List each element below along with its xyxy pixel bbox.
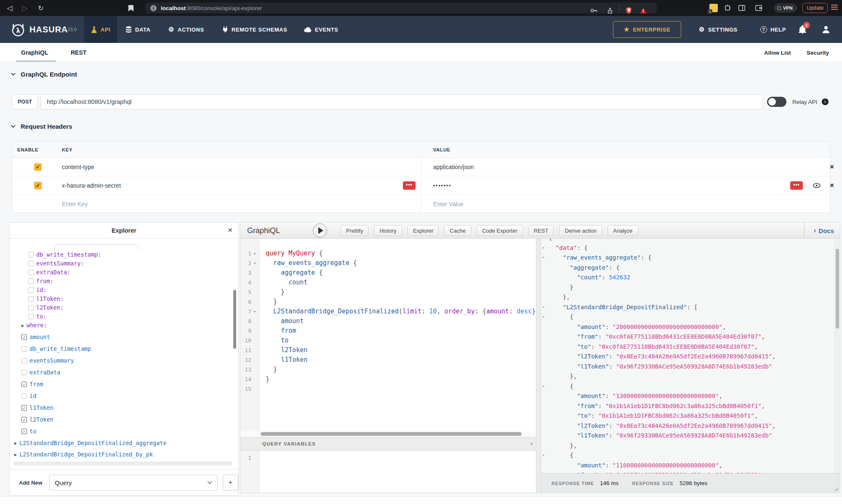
- enable-checkbox[interactable]: ✓: [34, 163, 42, 171]
- notes-icon[interactable]: 1: [709, 4, 718, 12]
- field-checkbox[interactable]: [28, 261, 34, 266]
- hasura-logo-icon[interactable]: λ: [10, 21, 26, 37]
- fold-arrow-icon[interactable]: ▾: [253, 307, 256, 316]
- header-value[interactable]: application/json: [433, 158, 474, 176]
- explorer-item-where[interactable]: ▶where:: [21, 322, 47, 329]
- field-checkbox[interactable]: ✓: [21, 405, 27, 411]
- explorer-item-id[interactable]: id:: [28, 286, 46, 293]
- graphql-endpoint-input[interactable]: http://localhost:8080/v1/graphql: [40, 94, 763, 109]
- nav-settings[interactable]: ⚙ SETTINGS: [699, 16, 738, 43]
- explorer-item-to[interactable]: to:: [28, 313, 46, 320]
- nav-tab-actions[interactable]: ⚙ ACTIONS: [168, 16, 204, 43]
- graphql-endpoint-section-header[interactable]: GraphQL Endpoint: [11, 71, 77, 78]
- header-value-masked[interactable]: •••••••: [433, 176, 451, 195]
- browser-forward-button[interactable]: ▷: [19, 0, 30, 16]
- enterprise-button[interactable]: ★ ENTERPRISE: [613, 21, 681, 38]
- nav-tab-events[interactable]: EVENTS: [304, 16, 338, 43]
- reveal-key-icon[interactable]: •••: [403, 181, 416, 190]
- explorer-item-l2Token[interactable]: ✓l2Token: [21, 416, 53, 423]
- toolbar-button-cache[interactable]: Cache: [444, 225, 471, 236]
- explorer-close-icon[interactable]: ×: [228, 225, 232, 235]
- editor-hscrollbar[interactable]: [261, 432, 522, 436]
- explorer-item-db_write_timestamp[interactable]: db_write_timestamp:: [28, 251, 101, 258]
- add-new-select[interactable]: Query: [49, 475, 218, 491]
- nav-help[interactable]: ? HELP: [760, 16, 786, 43]
- field-checkbox[interactable]: [28, 279, 34, 284]
- explorer-hscrollbar[interactable]: [13, 462, 232, 465]
- request-headers-section-header[interactable]: Request Headers: [11, 123, 72, 130]
- toolbar-button-explorer[interactable]: Explorer: [408, 225, 439, 236]
- field-checkbox[interactable]: [21, 358, 27, 363]
- query-editor[interactable]: 1▾query MyQuery {2▾ raw_events_aggregate…: [240, 239, 536, 431]
- docs-link[interactable]: ‹ Docs: [804, 223, 834, 239]
- security-link[interactable]: Security: [807, 43, 829, 62]
- field-checkbox[interactable]: [21, 393, 27, 399]
- wallet-icon[interactable]: [754, 0, 764, 16]
- browser-menu-icon[interactable]: [831, 5, 838, 10]
- field-checkbox[interactable]: [21, 370, 27, 375]
- remove-header-icon[interactable]: ×: [830, 176, 834, 195]
- browser-reload-button[interactable]: ↻: [35, 0, 46, 16]
- explorer-scrollbar[interactable]: [233, 290, 236, 349]
- expand-arrow-icon[interactable]: ▶: [21, 323, 24, 328]
- explorer-item-l1Token[interactable]: l1Token:: [28, 295, 64, 302]
- header-key[interactable]: x-hasura-admin-secret: [62, 176, 121, 195]
- expand-arrow-icon[interactable]: ▶: [14, 452, 17, 457]
- field-checkbox[interactable]: [28, 305, 34, 310]
- query-variables-bar[interactable]: QUERY VARIABLES ▾: [240, 437, 536, 451]
- address-bar[interactable]: i localhost:8080/console/api/api-explore…: [145, 3, 657, 13]
- field-checkbox[interactable]: [28, 314, 34, 319]
- explorer-field-list[interactable]: db_write_timestamp:eventsSummary:extraDa…: [10, 239, 238, 470]
- field-checkbox[interactable]: ✓: [21, 429, 27, 434]
- add-new-button[interactable]: +: [223, 475, 238, 491]
- field-checkbox[interactable]: ✓: [21, 382, 27, 387]
- sidebar-toggle-icon[interactable]: [737, 0, 747, 16]
- fold-arrow-icon[interactable]: ▾: [253, 249, 256, 258]
- explorer-item-L2StandardBridge_DepositFinalized_aggregate[interactable]: ▶L2StandardBridge_DepositFinalized_aggre…: [14, 440, 167, 446]
- toolbar-button-code-exporter[interactable]: Code Exporter: [477, 225, 523, 236]
- expand-arrow-icon[interactable]: ▶: [14, 441, 17, 446]
- fold-arrow-icon[interactable]: ▾: [542, 312, 544, 322]
- explorer-item-from[interactable]: ✓from: [21, 381, 43, 387]
- field-checkbox[interactable]: [28, 252, 34, 257]
- extension-icon[interactable]: [722, 0, 733, 16]
- fold-arrow-icon[interactable]: ▾: [253, 258, 256, 268]
- reveal-value-icon[interactable]: •••: [790, 181, 803, 190]
- site-info-icon[interactable]: i: [150, 5, 157, 11]
- field-checkbox[interactable]: ✓: [21, 417, 27, 422]
- explorer-item-extraData[interactable]: extraData: [21, 369, 60, 376]
- pane-divider[interactable]: [536, 239, 541, 493]
- explorer-item-to[interactable]: ✓to: [21, 428, 36, 435]
- toolbar-button-derive-action[interactable]: Derive action: [559, 225, 602, 236]
- fold-arrow-icon[interactable]: ▾: [542, 253, 544, 263]
- explorer-item-from[interactable]: from:: [28, 278, 53, 284]
- explorer-item-id[interactable]: id: [21, 393, 36, 399]
- toolbar-button-history[interactable]: History: [374, 225, 402, 236]
- explorer-item-extraData[interactable]: extraData:: [28, 269, 70, 276]
- field-checkbox[interactable]: ✓: [21, 334, 27, 340]
- explorer-item-eventsSummary[interactable]: eventsSummary: [21, 357, 74, 364]
- tab-graphiql[interactable]: GraphiQL: [21, 43, 48, 62]
- nav-tab-api[interactable]: API: [84, 16, 117, 43]
- fold-arrow-icon[interactable]: ▾: [542, 451, 544, 461]
- vpn-button[interactable]: VPN: [774, 3, 797, 13]
- nav-tab-data[interactable]: DATA: [125, 16, 151, 43]
- field-checkbox[interactable]: [28, 296, 34, 302]
- response-viewer[interactable]: {▾ "data": {▾ "raw_events_aggregate": { …: [541, 239, 840, 473]
- bookmark-icon[interactable]: [126, 0, 136, 16]
- new-key-input[interactable]: Enter Key: [62, 195, 88, 213]
- response-scrollbar[interactable]: [836, 249, 839, 329]
- enable-checkbox[interactable]: ✓: [34, 182, 42, 189]
- user-avatar[interactable]: [822, 16, 830, 43]
- resize-grip-icon[interactable]: [834, 487, 839, 491]
- response-scroll-track[interactable]: [835, 239, 840, 473]
- new-value-input[interactable]: Enter Value: [433, 195, 464, 213]
- field-checkbox[interactable]: [28, 270, 34, 275]
- notifications-bell[interactable]: 1: [798, 16, 807, 43]
- explorer-item-amount[interactable]: ✓amount: [21, 334, 50, 340]
- field-checkbox[interactable]: [28, 287, 34, 293]
- tab-rest[interactable]: REST: [71, 43, 86, 62]
- browser-back-button[interactable]: ◁: [4, 0, 15, 16]
- explorer-item-db_write_timestamp[interactable]: db_write_timestamp: [21, 345, 91, 352]
- explorer-item-eventsSummary[interactable]: eventsSummary:: [28, 260, 84, 267]
